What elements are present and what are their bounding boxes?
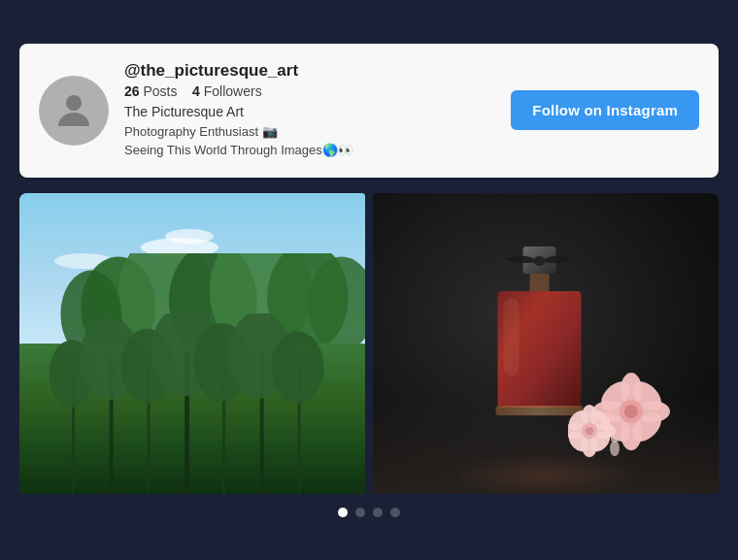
profile-stats: 26 Posts 4 Followers bbox=[124, 83, 495, 99]
follow-button[interactable]: Follow on Instagram bbox=[511, 90, 699, 130]
person-icon bbox=[50, 87, 97, 134]
widget-container: @the_picturesque_art 26 Posts 4 Follower… bbox=[0, 24, 738, 537]
dot-4[interactable] bbox=[390, 508, 400, 517]
svg-rect-24 bbox=[530, 274, 550, 291]
avatar bbox=[39, 76, 109, 146]
posts-label: Posts bbox=[143, 83, 177, 99]
avatar-wrapper bbox=[39, 76, 109, 146]
dot-2[interactable] bbox=[355, 508, 365, 517]
profile-display-name: The Picturesque Art bbox=[124, 104, 495, 119]
followers-count: 4 bbox=[192, 83, 200, 99]
followers-label: Followers bbox=[204, 83, 262, 99]
svg-point-49 bbox=[611, 435, 619, 443]
images-grid bbox=[19, 193, 719, 494]
svg-point-21 bbox=[271, 331, 323, 403]
posts-count: 26 bbox=[124, 83, 140, 99]
image-trees bbox=[19, 193, 365, 494]
profile-bio: Photography Enthusiast 📷 Seeing This Wor… bbox=[124, 122, 495, 160]
profile-username: @the_picturesque_art bbox=[124, 61, 495, 81]
svg-point-48 bbox=[610, 441, 620, 456]
image-perfume bbox=[373, 193, 719, 494]
profile-info: @the_picturesque_art 26 Posts 4 Follower… bbox=[124, 61, 495, 160]
svg-point-47 bbox=[586, 427, 593, 435]
dot-3[interactable] bbox=[373, 508, 383, 517]
svg-point-37 bbox=[624, 405, 638, 418]
svg-rect-26 bbox=[504, 298, 520, 376]
dot-1[interactable] bbox=[338, 508, 348, 517]
flowers-svg bbox=[568, 363, 685, 460]
svg-point-0 bbox=[66, 95, 82, 111]
bio-line1: Photography Enthusiast 📷 bbox=[124, 124, 278, 139]
bio-line2: Seeing This World Through Images🌎👀 bbox=[124, 143, 353, 157]
svg-point-23 bbox=[534, 256, 546, 266]
profile-card: @the_picturesque_art 26 Posts 4 Follower… bbox=[19, 44, 719, 178]
carousel-dots bbox=[19, 508, 719, 517]
